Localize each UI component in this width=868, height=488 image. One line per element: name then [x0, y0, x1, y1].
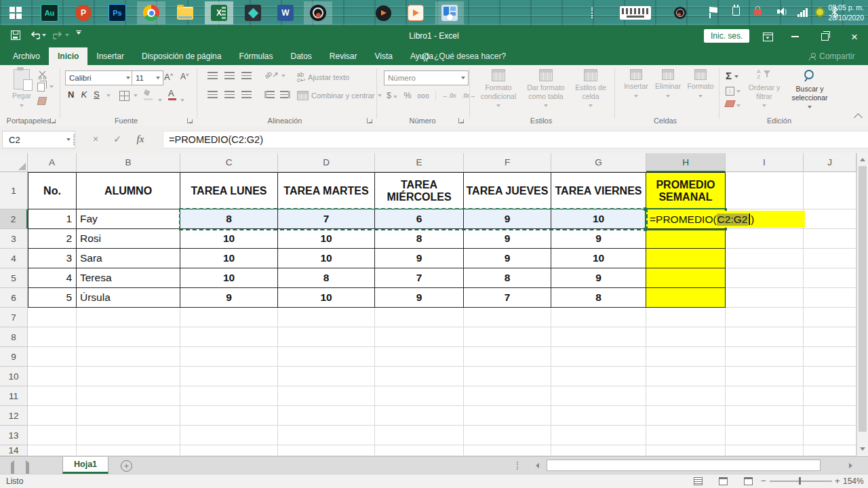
- cell-B6[interactable]: Úrsula: [77, 288, 180, 308]
- select-all-corner[interactable]: [0, 153, 28, 172]
- cell-J2[interactable]: [804, 209, 856, 229]
- cell-A12[interactable]: [28, 406, 77, 426]
- row-header-6[interactable]: 6: [0, 288, 28, 308]
- scroll-up-arrow[interactable]: [857, 154, 868, 165]
- cell-D9[interactable]: [278, 347, 375, 367]
- format-as-table-button[interactable]: Dar formato como tabla: [524, 69, 568, 109]
- cell-C12[interactable]: [180, 406, 278, 426]
- ribbon-tab-revisar[interactable]: Revisar: [321, 47, 366, 65]
- cell-F12[interactable]: [464, 406, 551, 426]
- cell-D2[interactable]: 7: [278, 209, 375, 229]
- row-header-8[interactable]: 8: [0, 327, 28, 347]
- cell-B14[interactable]: [77, 445, 180, 456]
- row-header-10[interactable]: 10: [0, 367, 28, 386]
- hscroll-left-arrow[interactable]: [532, 460, 542, 471]
- zoom-slider-thumb[interactable]: [799, 477, 801, 485]
- cell-A2[interactable]: 1: [28, 209, 77, 229]
- row-header-3[interactable]: 3: [0, 229, 28, 249]
- ribbon-tab-datos[interactable]: Datos: [281, 47, 320, 65]
- scroll-down-arrow[interactable]: [857, 443, 868, 455]
- cell-F11[interactable]: [464, 386, 551, 406]
- cell-J3[interactable]: [804, 229, 856, 249]
- row-header-7[interactable]: 7: [0, 308, 28, 327]
- cell-G5[interactable]: 9: [551, 268, 646, 288]
- cell-A4[interactable]: 3: [28, 249, 77, 268]
- column-header-J[interactable]: J: [804, 153, 856, 172]
- cell-I9[interactable]: [726, 347, 804, 367]
- cell-B7[interactable]: [77, 308, 180, 327]
- cell-J12[interactable]: [804, 406, 856, 426]
- cell-E13[interactable]: [375, 426, 464, 445]
- autosum-button[interactable]: Σ: [726, 70, 738, 81]
- cell-J13[interactable]: [804, 426, 856, 445]
- find-select-button[interactable]: Buscar y seleccionar: [785, 69, 834, 110]
- decrease-indent-icon[interactable]: [264, 91, 275, 98]
- cell-H10[interactable]: [646, 367, 726, 386]
- cell-A3[interactable]: 2: [28, 229, 77, 249]
- paste-button[interactable]: Pegar: [7, 69, 37, 108]
- cell-H14[interactable]: [646, 445, 726, 456]
- column-header-A[interactable]: A: [28, 153, 77, 172]
- copy-button[interactable]: [37, 83, 54, 93]
- cell-B1[interactable]: ALUMNO: [77, 172, 180, 209]
- cell-I12[interactable]: [726, 406, 804, 426]
- currency-button[interactable]: $: [387, 91, 397, 100]
- cell-F4[interactable]: 9: [464, 249, 551, 268]
- column-header-F[interactable]: F: [464, 153, 551, 172]
- cell-G3[interactable]: 9: [551, 229, 646, 249]
- horizontal-scroll-thumb[interactable]: [547, 460, 821, 471]
- decrease-font-button[interactable]: A˅: [180, 72, 189, 81]
- cell-E5[interactable]: 7: [375, 268, 464, 288]
- cell-B2[interactable]: Fay: [77, 209, 180, 229]
- underline-button[interactable]: S: [94, 89, 100, 100]
- row-header-9[interactable]: 9: [0, 347, 28, 367]
- cell-C13[interactable]: [180, 426, 278, 445]
- cell-G9[interactable]: [551, 347, 646, 367]
- cell-G4[interactable]: 10: [551, 249, 646, 268]
- cell-C7[interactable]: [180, 308, 278, 327]
- cell-E8[interactable]: [375, 327, 464, 347]
- cell-B3[interactable]: Rosi: [77, 229, 180, 249]
- cell-H11[interactable]: [646, 386, 726, 406]
- ribbon-tab-inicio[interactable]: Inicio: [49, 47, 87, 65]
- volume-icon[interactable]: ): [777, 7, 787, 16]
- cell-I10[interactable]: [726, 367, 804, 386]
- name-box-splitter[interactable]: [73, 134, 77, 145]
- close-button[interactable]: ×: [841, 26, 868, 47]
- selection-handle-bottom-right[interactable]: [644, 228, 647, 231]
- share-button[interactable]: Compartir: [809, 47, 855, 65]
- fill-color-caret[interactable]: [158, 95, 162, 103]
- normal-view-button[interactable]: [694, 477, 703, 485]
- cell-C10[interactable]: [180, 367, 278, 386]
- cell-F3[interactable]: 9: [464, 229, 551, 249]
- wrap-text-button[interactable]: abc↩ Ajustar texto: [297, 72, 349, 83]
- merge-center-button[interactable]: Combinar y centrar: [297, 91, 382, 100]
- zoom-in-button[interactable]: +: [835, 476, 840, 486]
- cell-D11[interactable]: [278, 386, 375, 406]
- confirm-entry-button[interactable]: ✓: [108, 131, 126, 147]
- align-bottom-icon[interactable]: [241, 72, 252, 79]
- zoom-level[interactable]: 154%: [843, 476, 864, 486]
- clear-button[interactable]: [726, 100, 741, 108]
- increase-font-button[interactable]: A˄: [164, 72, 173, 82]
- cell-A14[interactable]: [28, 445, 77, 456]
- cell-B4[interactable]: Sara: [77, 249, 180, 268]
- network-signal-icon[interactable]: [797, 8, 808, 17]
- taskbar-app-photoshop[interactable]: Ps: [103, 1, 132, 24]
- cell-F10[interactable]: [464, 367, 551, 386]
- cell-I6[interactable]: [726, 288, 804, 308]
- orientation-button[interactable]: ab↗: [264, 70, 285, 79]
- cell-D8[interactable]: [278, 327, 375, 347]
- restore-button[interactable]: [811, 26, 838, 47]
- cell-C3[interactable]: 10: [180, 229, 278, 249]
- cell-D10[interactable]: [278, 367, 375, 386]
- tab-scroll-splitter[interactable]: [517, 462, 518, 470]
- cell-F7[interactable]: [464, 308, 551, 327]
- alignment-dialog-launcher[interactable]: [367, 118, 373, 124]
- sort-filter-button[interactable]: AZ Ordenar y filtrar: [745, 69, 784, 109]
- taskbar-clock[interactable]: 08:05 p. m. 28/10/2020: [811, 3, 867, 22]
- taskbar-app-file-explorer[interactable]: [171, 1, 199, 24]
- ribbon-tab-disposicion-de-pagina[interactable]: Disposición de página: [133, 47, 230, 65]
- name-box[interactable]: C2: [2, 131, 75, 148]
- zoom-slider-track[interactable]: [770, 481, 832, 482]
